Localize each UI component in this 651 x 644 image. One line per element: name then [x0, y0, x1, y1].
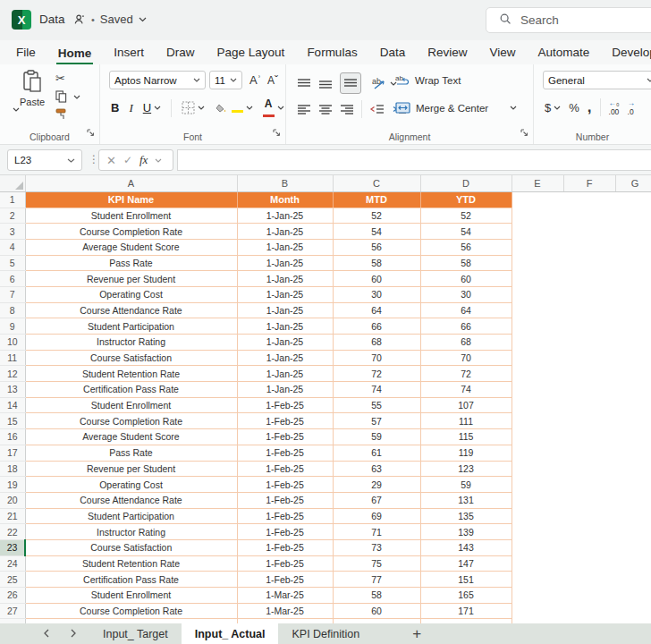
cell-E23[interactable]	[512, 539, 563, 555]
cell-G17[interactable]	[615, 445, 651, 461]
cell-B1[interactable]: Month	[237, 191, 333, 208]
cell-E15[interactable]	[512, 413, 563, 429]
cell-B24[interactable]: 1-Feb-25	[237, 555, 333, 572]
cell-G14[interactable]	[615, 397, 651, 413]
align-left-icon[interactable]	[297, 104, 311, 115]
row-header-8[interactable]: 8	[0, 302, 25, 318]
wrap-text-button[interactable]: ab Wrap Text	[395, 74, 461, 87]
cell-C24[interactable]: 75	[333, 555, 420, 572]
cell-E24[interactable]	[512, 555, 563, 572]
cell-B17[interactable]: 1-Feb-25	[237, 445, 333, 461]
cell-C25[interactable]: 77	[333, 572, 420, 588]
cell-A21[interactable]: Student Participation	[25, 508, 237, 524]
cell-G25[interactable]	[615, 572, 651, 588]
spreadsheet-grid[interactable]: ABCDEFG 1KPI NameMonthMTDYTD2Student Enr…	[0, 175, 651, 623]
cell-D13[interactable]: 74	[420, 382, 512, 398]
enter-icon[interactable]: ✓	[123, 154, 132, 166]
cell-D9[interactable]: 66	[420, 318, 512, 335]
cell-E25[interactable]	[512, 572, 563, 588]
cell-E27[interactable]	[512, 603, 563, 619]
sheet-next-icon[interactable]	[70, 628, 77, 640]
cell-E7[interactable]	[512, 286, 563, 302]
cell-B23[interactable]: 1-Feb-25	[237, 539, 333, 555]
cell-D10[interactable]: 68	[420, 335, 512, 351]
cell-B8[interactable]: 1-Jan-25	[237, 302, 333, 318]
paste-button[interactable]: Paste	[13, 70, 52, 112]
cell-B14[interactable]: 1-Feb-25	[237, 397, 333, 413]
cell-A9[interactable]: Student Participation	[25, 318, 237, 335]
cell-D20[interactable]: 131	[420, 492, 512, 508]
currency-button[interactable]: $	[545, 101, 561, 114]
decrease-decimal-icon[interactable]: →.0	[628, 98, 636, 116]
ribbon-tab-view[interactable]: View	[487, 42, 517, 64]
borders-button[interactable]	[182, 101, 205, 114]
cell-A17[interactable]: Pass Rate	[25, 445, 237, 461]
cell-B25[interactable]: 1-Feb-25	[237, 572, 333, 588]
row-header-12[interactable]: 12	[0, 366, 25, 382]
cell-E10[interactable]	[512, 335, 563, 351]
cell-A23[interactable]: Course Satisfaction	[25, 539, 237, 555]
row-header-16[interactable]: 16	[0, 429, 25, 445]
cell-F19[interactable]	[563, 477, 615, 493]
row-header-26[interactable]: 26	[0, 588, 25, 604]
row-header-27[interactable]: 27	[0, 603, 25, 619]
cell-E5[interactable]	[512, 255, 563, 271]
cell-D24[interactable]: 147	[420, 555, 512, 572]
row-header-6[interactable]: 6	[0, 271, 25, 287]
cell-D12[interactable]: 72	[420, 366, 512, 382]
cell-G13[interactable]	[615, 382, 651, 398]
cell-F7[interactable]	[563, 286, 615, 302]
cell-D2[interactable]: 52	[420, 208, 512, 224]
cell-C5[interactable]: 58	[333, 255, 420, 271]
ribbon-tab-formulas[interactable]: Formulas	[305, 42, 359, 64]
column-header-b[interactable]: B	[237, 175, 333, 191]
cell-A2[interactable]: Student Enrollment	[25, 208, 237, 224]
row-header-11[interactable]: 11	[0, 350, 25, 366]
font-size-select[interactable]: 11	[209, 71, 242, 89]
cell-D17[interactable]: 119	[420, 445, 512, 461]
ribbon-tab-developer[interactable]: Developer	[610, 42, 651, 64]
people-icon[interactable]	[73, 13, 86, 30]
cell-G2[interactable]	[615, 208, 651, 224]
cell-E14[interactable]	[512, 397, 563, 413]
cell-A14[interactable]: Student Enrollment	[25, 397, 237, 413]
cell-G21[interactable]	[615, 508, 651, 524]
cell-G15[interactable]	[615, 413, 651, 429]
cut-icon[interactable]: ✂	[55, 72, 65, 85]
paste-chevron-icon[interactable]	[13, 107, 52, 112]
align-bottom-icon[interactable]	[340, 72, 361, 94]
cell-F18[interactable]	[563, 461, 615, 477]
cell-G22[interactable]	[615, 524, 651, 540]
cell-A6[interactable]: Revenue per Student	[25, 271, 237, 287]
cell-F10[interactable]	[563, 335, 615, 351]
add-sheet-button[interactable]: +	[403, 623, 430, 644]
row-header-3[interactable]: 3	[0, 224, 25, 240]
cell-F20[interactable]	[563, 492, 615, 508]
sheet-prev-icon[interactable]	[43, 628, 50, 640]
cell-B22[interactable]: 1-Feb-25	[237, 524, 333, 540]
sheet-tab-input-actual[interactable]: Input_ Actual	[182, 623, 279, 644]
row-header-14[interactable]: 14	[0, 397, 25, 413]
increase-decimal-icon[interactable]: ←₀.00	[609, 98, 620, 116]
row-header-2[interactable]: 2	[0, 208, 25, 224]
row-header-15[interactable]: 15	[0, 413, 25, 429]
cell-C19[interactable]: 29	[333, 477, 420, 493]
cell-G10[interactable]	[615, 335, 651, 351]
excel-app-icon[interactable]: X	[12, 10, 31, 30]
cell-F14[interactable]	[563, 397, 615, 413]
cell-C4[interactable]: 56	[333, 239, 420, 255]
cell-G4[interactable]	[615, 239, 651, 255]
cell-F1[interactable]	[563, 191, 615, 208]
select-all-corner[interactable]	[0, 175, 25, 191]
cell-D21[interactable]: 135	[420, 508, 512, 524]
copy-button[interactable]	[55, 90, 80, 103]
cell-B15[interactable]: 1-Feb-25	[237, 413, 333, 429]
row-header-22[interactable]: 22	[0, 524, 25, 540]
cell-G11[interactable]	[615, 350, 651, 366]
ribbon-tab-insert[interactable]: Insert	[112, 42, 146, 64]
sheet-tab-kpi-definition[interactable]: KPI Definition	[278, 623, 373, 644]
align-center-icon[interactable]	[318, 104, 333, 115]
cell-D27[interactable]: 171	[420, 603, 512, 619]
cell-A8[interactable]: Course Attendance Rate	[25, 302, 237, 318]
cell-F3[interactable]	[563, 224, 615, 240]
